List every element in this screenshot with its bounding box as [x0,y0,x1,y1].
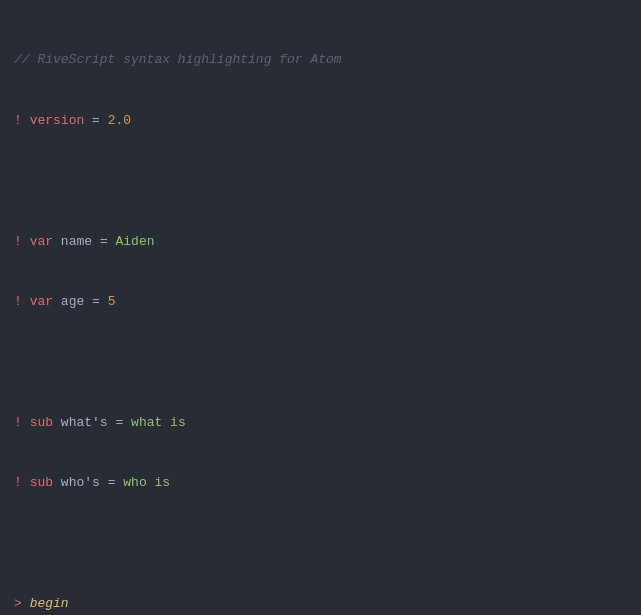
line-sub-whats: ! sub what's = what is [14,413,627,433]
line-blank1 [14,171,627,191]
line-var-name: ! var name = Aiden [14,232,627,252]
line-version: ! version = 2.0 [14,111,627,131]
line-blank2 [14,352,627,372]
line-blank3 [14,534,627,554]
line-comment: // RiveScript syntax highlighting for At… [14,50,627,70]
code-editor: // RiveScript syntax highlighting for At… [14,10,627,615]
line-begin-open: > begin [14,594,627,614]
line-sub-whos: ! sub who's = who is [14,473,627,493]
line-var-age: ! var age = 5 [14,292,627,312]
